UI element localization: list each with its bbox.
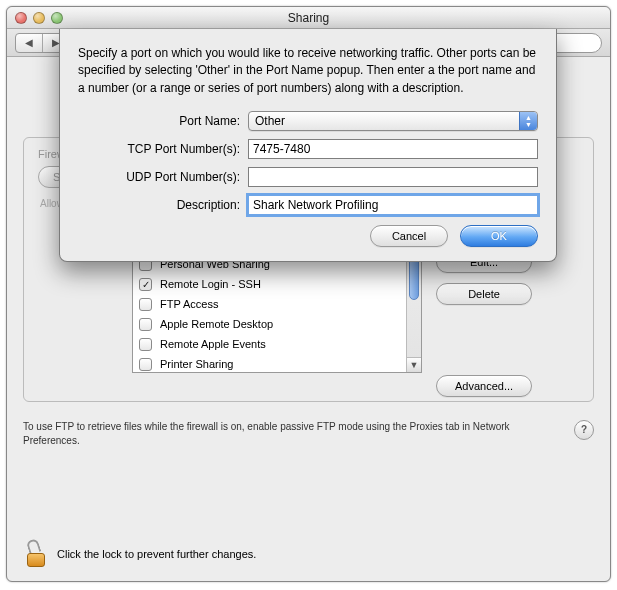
lock-row: Click the lock to prevent further change…	[25, 541, 592, 567]
window-title: Sharing	[7, 11, 610, 25]
service-checkbox[interactable]	[139, 298, 152, 311]
service-label: Printer Sharing	[160, 358, 233, 370]
port-name-value: Other	[255, 114, 285, 128]
label-port-name: Port Name:	[78, 114, 248, 128]
lock-icon[interactable]	[25, 541, 47, 567]
port-name-popup[interactable]: Other ▲▼	[248, 111, 538, 131]
close-icon[interactable]	[15, 12, 27, 24]
service-checkbox[interactable]: ✓	[139, 278, 152, 291]
service-label: Remote Login - SSH	[160, 278, 261, 290]
zoom-icon[interactable]	[51, 12, 63, 24]
ftp-hint: To use FTP to retrieve files while the f…	[23, 420, 594, 448]
popup-arrows-icon: ▲▼	[519, 112, 537, 130]
service-label: FTP Access	[160, 298, 218, 310]
minimize-icon[interactable]	[33, 12, 45, 24]
label-description: Description:	[78, 198, 248, 212]
list-item[interactable]: FTP Access	[133, 294, 406, 314]
list-item[interactable]: Apple Remote Desktop	[133, 314, 406, 334]
cancel-button[interactable]: Cancel	[370, 225, 448, 247]
service-checkbox[interactable]	[139, 358, 152, 371]
label-udp: UDP Port Number(s):	[78, 170, 248, 184]
port-sheet: Specify a port on which you would like t…	[59, 29, 557, 262]
delete-button[interactable]: Delete	[436, 283, 532, 305]
service-label: Apple Remote Desktop	[160, 318, 273, 330]
list-item[interactable]: Remote Apple Events	[133, 334, 406, 354]
ftp-hint-text: To use FTP to retrieve files while the f…	[23, 421, 510, 446]
list-item[interactable]: ✓Remote Login - SSH	[133, 274, 406, 294]
help-button[interactable]: ?	[574, 420, 594, 440]
tcp-port-input[interactable]	[248, 139, 538, 159]
scroll-down-icon[interactable]: ▼	[407, 357, 421, 372]
service-checkbox[interactable]	[139, 318, 152, 331]
list-item[interactable]: Printer Sharing	[133, 354, 406, 372]
description-input[interactable]	[248, 195, 538, 215]
service-checkbox[interactable]	[139, 338, 152, 351]
traffic-lights	[7, 12, 63, 24]
titlebar: Sharing	[7, 7, 610, 29]
label-tcp: TCP Port Number(s):	[78, 142, 248, 156]
service-label: Remote Apple Events	[160, 338, 266, 350]
lock-text: Click the lock to prevent further change…	[57, 548, 256, 560]
back-icon[interactable]: ◀	[16, 34, 42, 52]
ok-button[interactable]: OK	[460, 225, 538, 247]
prefs-window: Sharing ◀ ▶ Show All ⌕ Other computers o…	[6, 6, 611, 582]
sheet-description: Specify a port on which you would like t…	[78, 45, 538, 97]
udp-port-input[interactable]	[248, 167, 538, 187]
advanced-button[interactable]: Advanced...	[436, 375, 532, 397]
